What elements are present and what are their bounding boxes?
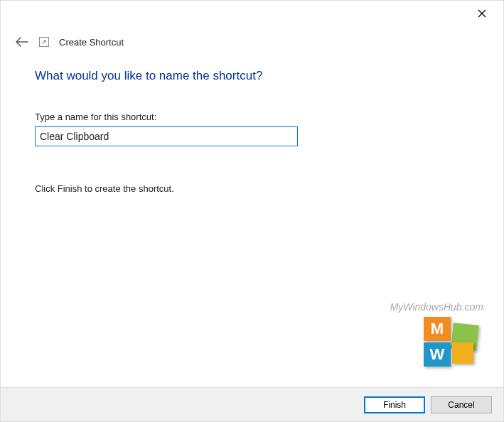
watermark-tile-green xyxy=(451,323,479,351)
watermark-logo: M W xyxy=(424,317,483,368)
page-heading: What would you like to name the shortcut… xyxy=(35,69,469,83)
arrow-left-icon xyxy=(16,37,28,47)
finish-button[interactable]: Finish xyxy=(364,396,425,413)
watermark-tile-blue: W xyxy=(424,342,451,367)
watermark-tile-yellow xyxy=(452,342,473,364)
watermark-text: MyWindowsHub.com xyxy=(390,301,483,313)
close-button[interactable] xyxy=(471,2,493,25)
shortcut-icon xyxy=(39,37,49,47)
watermark: MyWindowsHub.com M W xyxy=(390,301,483,370)
back-button[interactable] xyxy=(15,35,29,49)
shortcut-name-input[interactable] xyxy=(35,126,298,146)
wizard-window: Create Shortcut What would you like to n… xyxy=(0,0,504,422)
wizard-title: Create Shortcut xyxy=(59,37,124,48)
button-bar: Finish Cancel xyxy=(1,387,503,421)
hint-text: Click Finish to create the shortcut. xyxy=(35,183,469,194)
titlebar xyxy=(1,1,503,26)
watermark-tile-orange: M xyxy=(424,317,451,341)
content-area: What would you like to name the shortcut… xyxy=(1,49,503,194)
cancel-button[interactable]: Cancel xyxy=(431,396,492,413)
close-icon xyxy=(478,9,486,18)
header-row: Create Shortcut xyxy=(1,26,503,49)
name-field-label: Type a name for this shortcut: xyxy=(35,112,469,122)
